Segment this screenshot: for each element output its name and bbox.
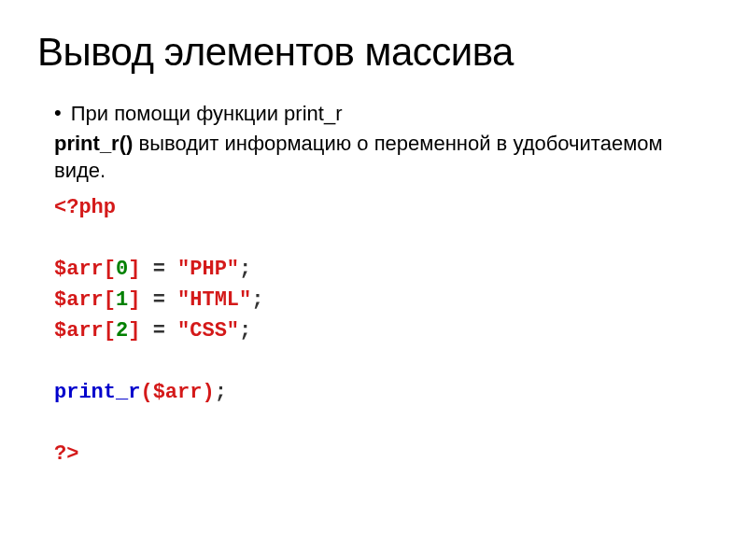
code-block: <?php $arr[0] = "PHP"; $arr[1] = "HTML";… [54, 192, 710, 469]
code-open-tag: <?php [54, 192, 710, 223]
code-call: print_r($arr); [54, 377, 710, 408]
code-blank [54, 408, 710, 439]
bullet-marker: • [54, 101, 62, 125]
slide-title: Вывод элементов массива [37, 30, 710, 75]
bullet-item: • При помощи функции print_r [54, 101, 710, 128]
code-blank [54, 346, 710, 377]
bullet-text: При помощи функции print_r [71, 101, 343, 128]
code-close-tag: ?> [54, 439, 710, 469]
desc-text: выводит информацию о переменной в удобоч… [54, 132, 663, 183]
code-assign-1: $arr[1] = "HTML"; [54, 285, 710, 315]
desc-func-name: print_r() [54, 132, 133, 155]
bullet-func-name: print_r [284, 102, 342, 125]
code-assign-0: $arr[0] = "PHP"; [54, 254, 710, 285]
bullet-prefix: При помощи функции [71, 102, 284, 125]
code-blank [54, 223, 710, 254]
description-line: print_r() выводит информацию о переменно… [54, 130, 710, 185]
code-assign-2: $arr[2] = "CSS"; [54, 315, 710, 346]
slide-content: • При помощи функции print_r print_r() в… [37, 101, 710, 469]
